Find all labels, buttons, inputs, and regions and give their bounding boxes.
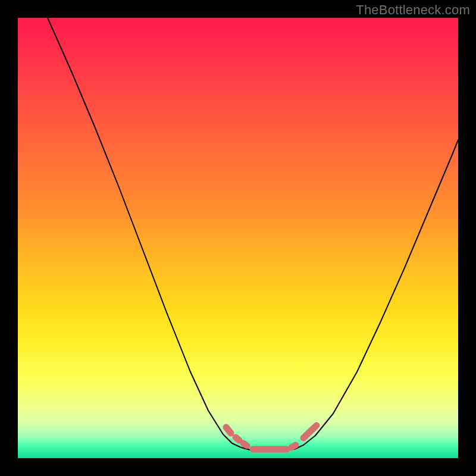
attribution-label: TheBottleneck.com xyxy=(356,2,470,18)
chart-frame: TheBottleneck.com xyxy=(0,0,476,476)
marker-segment xyxy=(292,445,296,447)
plot-area xyxy=(18,18,458,458)
marker-segment xyxy=(243,443,247,446)
marker-segment xyxy=(226,427,231,433)
v-curve xyxy=(48,18,458,451)
curve-layer xyxy=(18,18,458,458)
marker-segment xyxy=(236,437,239,440)
